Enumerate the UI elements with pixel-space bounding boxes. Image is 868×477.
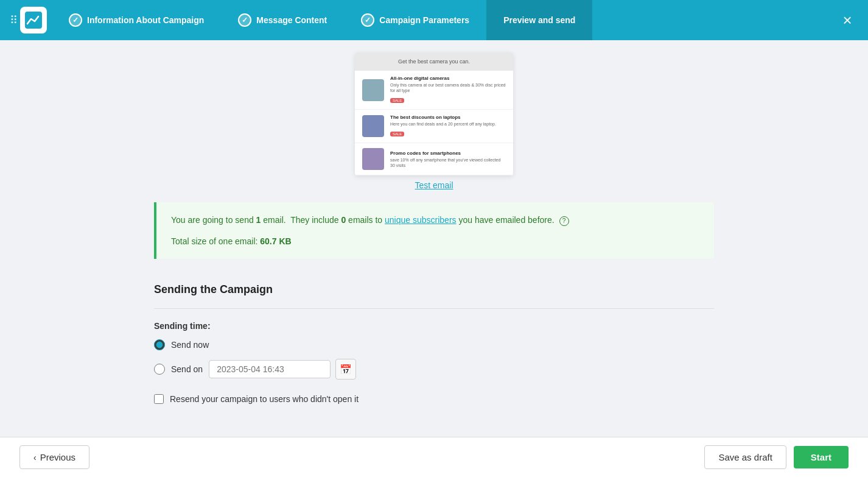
- section-title: Sending the Campaign: [154, 278, 714, 296]
- product-title-2: Promo codes for smartphones: [390, 150, 506, 156]
- unique-subscribers-link[interactable]: unique subscribers: [385, 215, 457, 225]
- step-preview-label: Preview and send: [503, 15, 575, 25]
- step-message-content[interactable]: ✓ Message Content: [221, 0, 344, 40]
- product-badge-1: SALE: [390, 132, 404, 136]
- step-check-icon: ✓: [69, 13, 82, 27]
- step-preview-send[interactable]: Preview and send: [486, 0, 592, 40]
- section-divider: [154, 308, 714, 309]
- start-button[interactable]: Start: [794, 446, 849, 468]
- step-info-label: Information About Campaign: [87, 15, 204, 25]
- product-image-1: [362, 115, 384, 137]
- product-text-1: The best discounts on laptops Here you c…: [390, 115, 506, 138]
- include-count: 0: [341, 215, 346, 225]
- email-preview-section: Get the best camera you can. All-in-one …: [154, 52, 714, 190]
- logo: [20, 7, 47, 34]
- step-check-icon: ✓: [238, 13, 251, 27]
- product-badge-0: SALE: [390, 98, 404, 103]
- main-content: Get the best camera you can. All-in-one …: [142, 40, 726, 453]
- send-summary-text: You are going to send 1 email. They incl…: [171, 213, 699, 227]
- product-item-0: All-in-one digital cameras Only this cam…: [355, 71, 513, 110]
- email-preview-top-text: Get the best camera you can.: [355, 52, 513, 71]
- product-text-2: Promo codes for smartphones save 10% off…: [390, 150, 506, 168]
- date-input[interactable]: [209, 360, 331, 378]
- product-text-0: All-in-one digital cameras Only this cam…: [390, 76, 506, 104]
- calendar-icon[interactable]: 📅: [335, 359, 356, 380]
- date-input-wrapper: 📅: [209, 359, 356, 380]
- email-preview-card: Get the best camera you can. All-in-one …: [355, 52, 513, 175]
- wizard-steps: ✓ Information About Campaign ✓ Message C…: [52, 0, 836, 40]
- help-icon[interactable]: ?: [559, 216, 569, 226]
- step-params-label: Campaign Parameters: [379, 15, 469, 25]
- previous-label: Previous: [40, 452, 75, 462]
- sending-time-label: Sending time:: [154, 321, 714, 331]
- resend-checkbox[interactable]: [154, 394, 164, 404]
- send-time-radio-group: Send now Send on 📅: [154, 339, 714, 380]
- step-content-label: Message Content: [256, 15, 327, 25]
- resend-checkbox-item[interactable]: Resend your campaign to users who didn't…: [154, 394, 714, 404]
- send-now-option[interactable]: Send now: [154, 339, 714, 350]
- previous-button[interactable]: ‹ Previous: [19, 445, 89, 469]
- size-label: Total size of one email:: [171, 236, 257, 246]
- size-line: Total size of one email: 60.7 KB: [171, 235, 699, 248]
- close-button[interactable]: ×: [836, 9, 858, 31]
- product-item-1: The best discounts on laptops Here you c…: [355, 110, 513, 143]
- product-desc-0: Only this camera at our best camera deal…: [390, 82, 506, 93]
- product-desc-1: Here you can find deals and a 20 percent…: [390, 121, 506, 127]
- footer-right-actions: Save as draft Start: [704, 445, 849, 469]
- product-image-2: [362, 148, 384, 170]
- send-on-radio[interactable]: [154, 364, 165, 375]
- send-now-label: Send now: [171, 340, 209, 350]
- step-check-icon: ✓: [361, 13, 374, 27]
- save-draft-button[interactable]: Save as draft: [704, 445, 786, 469]
- send-count: 1: [256, 215, 261, 225]
- send-on-label: Send on: [171, 364, 203, 374]
- product-image-0: [362, 79, 384, 101]
- resend-label: Resend your campaign to users who didn't…: [170, 394, 359, 404]
- grid-dots-icon[interactable]: ⠿: [10, 13, 18, 27]
- arrow-left-icon: ‹: [33, 453, 37, 462]
- size-value: 60.7 KB: [260, 236, 291, 246]
- footer: ‹ Previous Save as draft Start: [0, 437, 868, 477]
- product-desc-2: save 10% off any smartphone that you've …: [390, 157, 506, 168]
- product-title-1: The best discounts on laptops: [390, 115, 506, 120]
- send-on-option[interactable]: Send on 📅: [154, 359, 714, 380]
- send-now-radio[interactable]: [154, 339, 165, 350]
- product-title-0: All-in-one digital cameras: [390, 76, 506, 81]
- test-email-link[interactable]: Test email: [415, 180, 453, 190]
- product-item-2: Promo codes for smartphones save 10% off…: [355, 143, 513, 175]
- header: ⠿ ✓ Information About Campaign ✓ Message…: [0, 0, 868, 40]
- emailed-before-text: you have emailed before.: [458, 215, 554, 225]
- step-campaign-params[interactable]: ✓ Campaign Parameters: [344, 0, 486, 40]
- step-information[interactable]: ✓ Information About Campaign: [52, 0, 221, 40]
- campaign-info-box: You are going to send 1 email. They incl…: [154, 202, 714, 259]
